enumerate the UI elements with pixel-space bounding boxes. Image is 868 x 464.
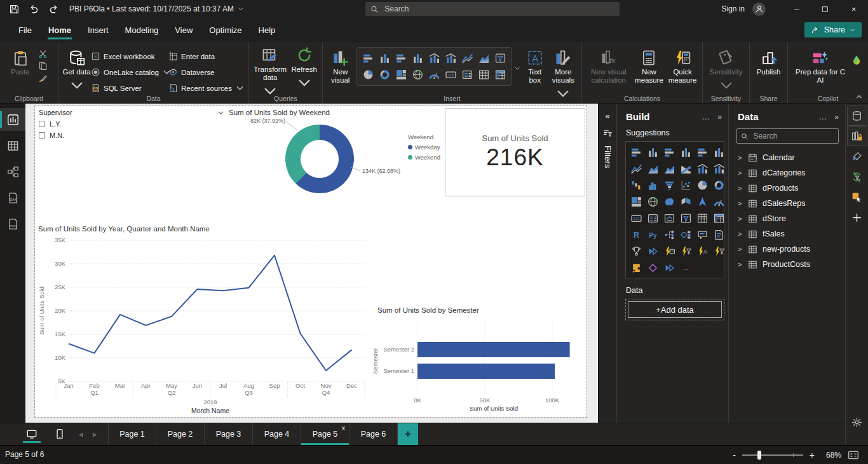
- kpi-icon[interactable]: [661, 210, 677, 226]
- area-chart-icon[interactable]: [644, 160, 661, 177]
- filters-pane-label[interactable]: Filters: [603, 146, 613, 168]
- azure-map-icon[interactable]: [694, 193, 710, 210]
- card-icon[interactable]: 123: [628, 210, 644, 226]
- redo-icon[interactable]: [48, 4, 59, 15]
- bar-chart-icon[interactable]: [694, 144, 710, 160]
- 100-stacked-bar-chart-icon[interactable]: [393, 50, 409, 66]
- treemap-icon[interactable]: [393, 67, 409, 83]
- expand-chevron-icon[interactable]: >: [738, 169, 743, 177]
- donut-ring[interactable]: [285, 125, 354, 193]
- key-influencers-icon[interactable]: [677, 226, 694, 243]
- expand-chevron-icon[interactable]: >: [738, 215, 743, 222]
- paginated-report-icon[interactable]: [644, 243, 661, 259]
- slicer-visual[interactable]: Supervisor L.Y.M.N.: [39, 109, 224, 144]
- map-icon[interactable]: [644, 193, 661, 210]
- clustered-column-chart-icon[interactable]: [644, 144, 661, 160]
- menu-item-modeling[interactable]: Modeling: [119, 20, 165, 41]
- publish-button[interactable]: Publish: [754, 48, 783, 76]
- new-measure-button[interactable]: New measure: [634, 48, 665, 85]
- close-tab-icon[interactable]: x: [342, 425, 345, 432]
- scissors-cut-icon[interactable]: [38, 49, 48, 58]
- page-tab-page-2[interactable]: Page 2: [156, 423, 205, 445]
- decomposition-tree-icon[interactable]: [661, 226, 677, 243]
- quick-measure-button[interactable]: Quick measure: [667, 48, 698, 85]
- waterfall-chart-icon[interactable]: [628, 177, 644, 193]
- treemap-icon[interactable]: [628, 193, 644, 210]
- menu-item-optimize[interactable]: Optimize: [203, 20, 247, 41]
- donut-chart-icon[interactable]: [710, 177, 727, 193]
- visuals-lock-button[interactable]: [847, 126, 867, 146]
- collapse-pane-icon[interactable]: »: [717, 113, 722, 121]
- line-chart-icon[interactable]: [628, 160, 644, 177]
- expand-chevron-icon[interactable]: >: [738, 200, 743, 207]
- metrics-icon[interactable]: [628, 243, 644, 259]
- settings-button[interactable]: [847, 412, 867, 432]
- copilot-icon[interactable]: [851, 53, 862, 67]
- zoom-slider[interactable]: [742, 454, 803, 456]
- slicer-option-ly[interactable]: L.Y.: [39, 120, 224, 128]
- dax-query-view-button[interactable]: DAX: [0, 186, 25, 209]
- global-search[interactable]: [365, 2, 620, 16]
- next-page-icon[interactable]: ▹: [88, 423, 102, 445]
- card-icon[interactable]: 123: [443, 67, 458, 83]
- zoom-in-button[interactable]: +: [810, 450, 815, 460]
- paste-button[interactable]: Paste: [4, 48, 37, 76]
- ribbon-chart-icon[interactable]: [677, 160, 694, 177]
- pie-chart-icon[interactable]: [360, 67, 376, 83]
- report-arrows-icon[interactable]: [661, 259, 677, 276]
- enter-data-button[interactable]: Enter data: [168, 48, 245, 64]
- table-item-ProductCosts[interactable]: >ProductCosts: [729, 257, 845, 272]
- sync-visuals-button[interactable]: [847, 167, 867, 187]
- slicer-dropdown-icon[interactable]: [217, 109, 224, 116]
- page-tab-page-1[interactable]: Page 1: [108, 423, 156, 445]
- expand-chevron-icon[interactable]: >: [738, 184, 743, 192]
- maximize-button[interactable]: [811, 0, 839, 18]
- format-painter-icon[interactable]: [38, 73, 48, 83]
- card-visual[interactable]: Sum of Units Sold 216K: [445, 108, 585, 196]
- minimize-button[interactable]: –: [782, 0, 811, 18]
- tmdl-view-button[interactable]: TMDL: [0, 212, 25, 235]
- format-button[interactable]: [847, 146, 867, 167]
- undo-icon[interactable]: [29, 4, 39, 15]
- text-box-button[interactable]: A Text box: [524, 48, 546, 85]
- sql-server-button[interactable]: SQL Server: [91, 80, 168, 96]
- gauge-icon[interactable]: [710, 193, 727, 210]
- table-view-button[interactable]: [0, 134, 25, 157]
- data-search-input[interactable]: [752, 131, 834, 141]
- expand-chevron-icon[interactable]: >: [738, 245, 743, 253]
- transform-data-button[interactable]: Transform data: [253, 46, 287, 101]
- scatter-chart-icon[interactable]: [677, 177, 694, 193]
- recent-sources-button[interactable]: Recent sources: [168, 80, 245, 96]
- avatar[interactable]: [752, 3, 766, 16]
- map-icon[interactable]: [410, 67, 425, 83]
- expand-chevron-icon[interactable]: >: [738, 261, 743, 268]
- more-options-icon[interactable]: …: [818, 112, 827, 121]
- pie-chart-icon[interactable]: [694, 177, 710, 193]
- donut-chart-icon[interactable]: [377, 67, 392, 83]
- line-stacked-column-combo-icon[interactable]: [443, 50, 458, 66]
- stacked-column-chart-icon[interactable]: [410, 50, 425, 66]
- page-tab-page-6[interactable]: Page 6: [349, 423, 398, 445]
- table-item-dProducts[interactable]: >dProducts: [729, 181, 845, 196]
- add-data-button[interactable]: +Add data: [625, 299, 724, 320]
- power-apps-icon[interactable]: [644, 259, 661, 276]
- more-options-icon[interactable]: …: [677, 259, 694, 276]
- menu-item-insert[interactable]: Insert: [82, 20, 114, 41]
- r-script-visual-icon[interactable]: R: [628, 226, 644, 243]
- dataverse-button[interactable]: Dataverse: [168, 64, 245, 80]
- arcgis-map-icon[interactable]: [628, 259, 644, 276]
- search-input[interactable]: [383, 4, 614, 14]
- 100-stacked-bar-chart-icon[interactable]: [661, 144, 677, 160]
- expand-pane-icon[interactable]: «: [605, 111, 609, 121]
- chevron-down-icon[interactable]: [238, 6, 244, 12]
- legend-item-weekday[interactable]: Weekday: [408, 144, 440, 151]
- column-chart-icon[interactable]: [710, 144, 727, 160]
- stacked-area-chart-icon[interactable]: [661, 160, 677, 177]
- add-button[interactable]: [847, 207, 867, 228]
- checkbox[interactable]: [39, 121, 45, 127]
- slicer-icon[interactable]: [492, 50, 508, 66]
- qa-visual-icon[interactable]: [694, 226, 710, 243]
- onelake-catalog-button[interactable]: OneLake catalog: [91, 64, 168, 80]
- filled-map-icon[interactable]: [661, 193, 677, 210]
- matrix-icon[interactable]: [492, 67, 508, 83]
